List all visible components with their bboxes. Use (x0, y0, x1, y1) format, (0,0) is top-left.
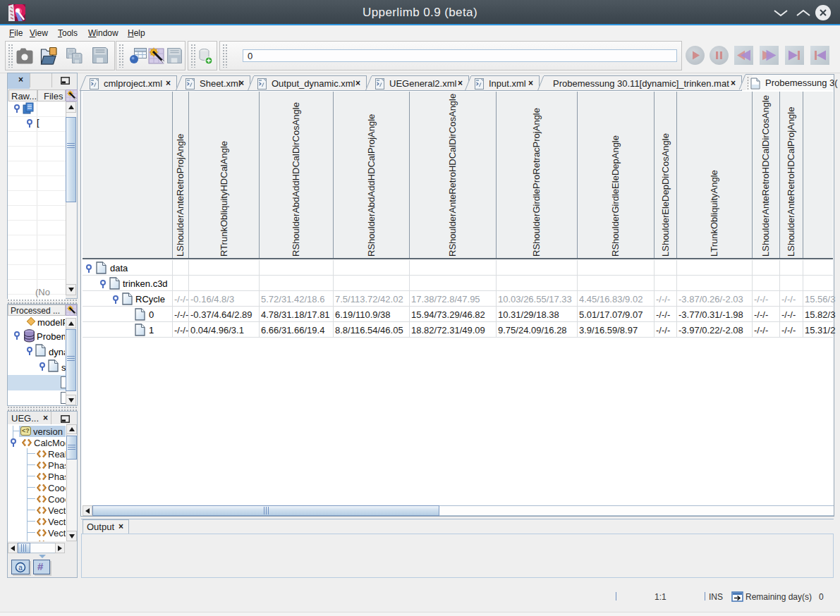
svg-text:a: a (18, 564, 23, 572)
